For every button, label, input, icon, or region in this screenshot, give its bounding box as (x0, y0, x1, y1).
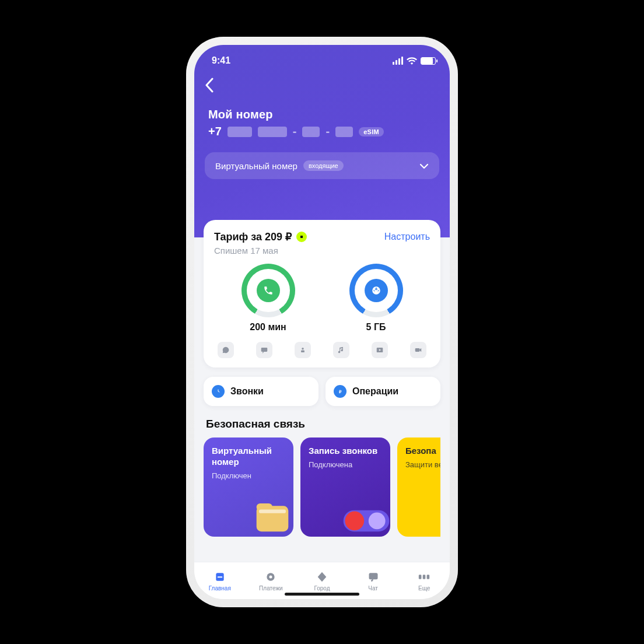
music-icon[interactable] (333, 342, 349, 358)
tariff-card[interactable]: Тариф за 209 ₽ Настроить Спишем 17 мая (204, 220, 440, 368)
chevron-down-icon (419, 161, 429, 171)
phone-icon (257, 279, 280, 302)
svg-rect-20 (419, 575, 422, 579)
tariff-subtitle: Спишем 17 мая (214, 246, 430, 256)
virtual-number-dropdown[interactable]: Виртуальный номер входящие (205, 152, 439, 179)
folder-icon (248, 491, 293, 537)
svg-point-18 (270, 575, 272, 578)
phone-prefix: +7 (208, 125, 222, 138)
wifi-icon (407, 57, 417, 65)
data-value: 5 ГБ (366, 322, 386, 332)
nav-label: Еще (418, 585, 430, 592)
pro-badge-icon (296, 232, 307, 242)
screen: 9:41 Мой номер +7 (194, 45, 450, 599)
social-icon[interactable] (295, 342, 311, 358)
clock-icon (212, 385, 225, 398)
esim-badge: eSIM (359, 127, 384, 136)
nav-label: Платежи (259, 585, 283, 592)
svg-rect-22 (427, 575, 430, 579)
tile-status: Защити вернем (405, 460, 440, 469)
ruble-icon: ₽ (334, 385, 346, 398)
phone-masked-2 (258, 127, 287, 137)
minutes-value: 200 мин (250, 322, 286, 332)
home-indicator[interactable] (285, 593, 359, 596)
nav-label: Чат (368, 585, 378, 592)
operations-button[interactable]: ₽ Операции (326, 377, 440, 406)
svg-rect-3 (301, 351, 304, 353)
tile-title: Виртуальный номер (212, 446, 285, 468)
phone-masked-1 (228, 127, 252, 137)
chat-nav-icon (367, 570, 380, 583)
tile-status: Подключена (309, 460, 382, 469)
globe-icon (365, 279, 388, 302)
camera-icon[interactable] (410, 342, 426, 358)
home-icon (214, 570, 226, 583)
back-button[interactable] (194, 66, 450, 95)
page-title: Мой номер (208, 108, 436, 121)
data-gauge[interactable]: 5 ГБ (349, 264, 403, 332)
battery-icon (421, 57, 436, 65)
svg-point-2 (302, 348, 304, 350)
minutes-gauge[interactable]: 200 мин (242, 264, 295, 332)
nav-label: Главная (209, 585, 231, 592)
tile-title: Безопа (405, 446, 440, 457)
dropdown-label: Виртуальный номер (215, 161, 298, 171)
svg-rect-5 (415, 348, 420, 352)
svg-point-14 (369, 513, 386, 530)
nav-label: Город (314, 585, 330, 592)
phone-frame: 9:41 Мой номер +7 (186, 37, 458, 607)
tile-security[interactable]: Безопа Защити вернем (397, 438, 440, 537)
chat-icon[interactable] (256, 342, 272, 358)
status-icons (393, 57, 436, 65)
payments-icon (264, 570, 277, 583)
phone-number: +7 - - eSIM (208, 125, 436, 138)
cellular-icon (393, 57, 403, 65)
svg-point-13 (345, 512, 364, 531)
svg-rect-21 (423, 575, 426, 579)
phone-masked-4 (335, 127, 353, 137)
tile-virtual-number[interactable]: Виртуальный номер Подключен (204, 438, 293, 537)
nav-more[interactable]: Еще (398, 562, 450, 599)
secure-heading: Безопасная связь (206, 418, 438, 430)
more-icon (418, 570, 430, 583)
toggle-icon (338, 499, 390, 537)
secure-tiles[interactable]: Виртуальный номер Подключен Запись звонк… (204, 438, 440, 537)
content: Тариф за 209 ₽ Настроить Спишем 17 мая (194, 220, 450, 562)
city-icon (316, 570, 328, 583)
status-time: 9:41 (212, 55, 230, 66)
status-bar: 9:41 (194, 52, 450, 66)
svg-rect-11 (259, 510, 286, 513)
dropdown-pill: входящие (303, 160, 344, 171)
calls-label: Звонки (230, 386, 264, 397)
svg-rect-1 (261, 348, 268, 352)
tile-call-recording[interactable]: Запись звонков Подключена (300, 438, 390, 537)
phone-masked-3 (302, 127, 320, 137)
nav-home[interactable]: Главная (194, 562, 246, 599)
operations-label: Операции (352, 386, 398, 397)
tile-status: Подключен (212, 471, 285, 480)
svg-rect-19 (369, 573, 377, 579)
messaging-icon[interactable] (218, 342, 234, 358)
svg-rect-16 (218, 576, 222, 578)
header: 9:41 Мой номер +7 (194, 45, 450, 237)
video-icon[interactable] (372, 342, 388, 358)
tariff-title: Тариф за 209 ₽ (214, 230, 292, 243)
calls-button[interactable]: Звонки (204, 377, 318, 406)
configure-link[interactable]: Настроить (384, 232, 430, 242)
services-row (214, 332, 430, 358)
tile-title: Запись звонков (309, 446, 382, 457)
